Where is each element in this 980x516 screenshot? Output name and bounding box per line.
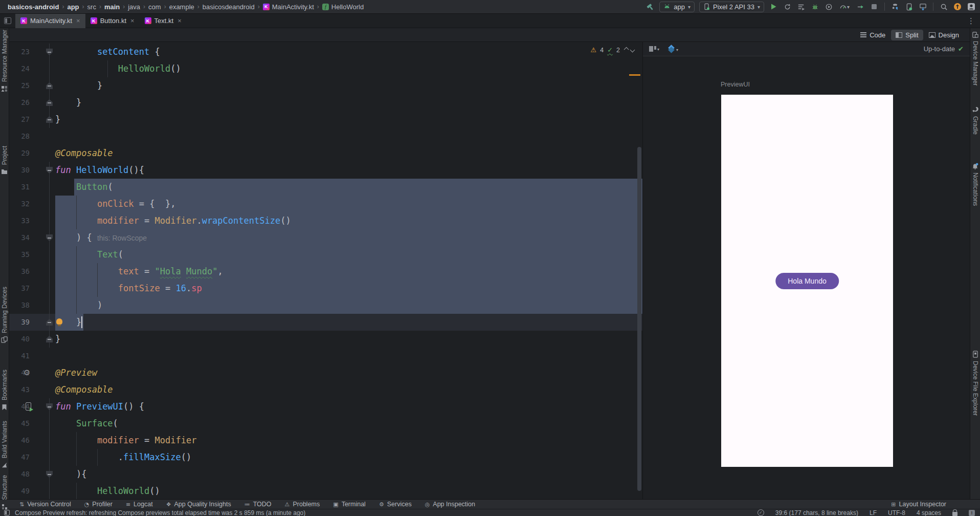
stop-icon[interactable] bbox=[870, 2, 879, 11]
breadcrumb-item[interactable]: com bbox=[147, 3, 163, 11]
tab-Text.kt[interactable]: K Text.kt × bbox=[140, 14, 187, 28]
line-number[interactable]: 49 bbox=[9, 483, 30, 499]
preview-canvas[interactable]: PreviewUI Hola Mundo bbox=[643, 56, 970, 499]
line-number[interactable]: 47 bbox=[9, 449, 30, 466]
line-number[interactable]: 46 bbox=[9, 432, 30, 449]
tool-button-app-inspection[interactable]: ◎ App Inspection bbox=[425, 501, 475, 508]
attach-debugger-icon[interactable] bbox=[856, 2, 865, 11]
breadcrumb-item[interactable]: basicosdeandroid bbox=[201, 3, 256, 11]
tab-MainActivity.kt[interactable]: K MainActivity.kt × bbox=[15, 14, 85, 28]
device-manager-icon[interactable] bbox=[904, 2, 914, 11]
line-number[interactable]: 43 bbox=[9, 381, 30, 398]
code-line[interactable]: 38 ) bbox=[9, 297, 642, 314]
line-number[interactable]: 29 bbox=[9, 145, 30, 162]
line-number[interactable]: 28 bbox=[9, 128, 30, 145]
code-line[interactable]: 26 } bbox=[9, 94, 642, 111]
tool-stripe-button-resource-manager[interactable]: Resource Manager bbox=[0, 30, 9, 92]
preview-layers-mode[interactable]: ▾ bbox=[659, 46, 678, 52]
code-line[interactable]: 31 Button( bbox=[9, 179, 642, 196]
more-options-icon[interactable]: ⋮ bbox=[967, 16, 975, 26]
tool-stripe-button-build-variants[interactable]: Build Variants bbox=[0, 421, 9, 468]
sdk-manager-icon[interactable] bbox=[918, 2, 927, 11]
line-number[interactable]: 33 bbox=[9, 212, 30, 229]
breadcrumb-item[interactable]: app bbox=[65, 3, 80, 11]
code-line[interactable]: 25 } bbox=[9, 77, 642, 94]
search-everywhere-icon[interactable] bbox=[939, 2, 948, 11]
apply-changes-icon[interactable] bbox=[783, 2, 792, 11]
code-line[interactable]: 33 modifier = Modifier.wrapContentSize() bbox=[9, 212, 642, 229]
close-icon[interactable]: × bbox=[76, 17, 80, 25]
code-line[interactable]: 41 bbox=[9, 348, 642, 364]
code-line[interactable]: 36 text = "Hola Mundo", bbox=[9, 263, 642, 280]
breadcrumb-item[interactable]: src bbox=[86, 3, 98, 11]
fold-marker-icon[interactable] bbox=[46, 167, 53, 174]
caret-position[interactable]: 39:6 (177 chars, 8 line breaks) bbox=[775, 509, 858, 516]
tool-button-version-control[interactable]: ⇅ Version Control bbox=[19, 501, 71, 508]
device-select[interactable]: Pixel 2 API 33 ▾ bbox=[699, 2, 764, 12]
breadcrumb-item[interactable]: basicos-android bbox=[6, 3, 60, 11]
tool-stripe-button-running-devices[interactable]: Running Devices bbox=[0, 287, 9, 343]
code-line[interactable]: 42⚙@Preview bbox=[9, 364, 642, 381]
line-number[interactable]: 35 bbox=[9, 246, 30, 263]
debug-icon[interactable] bbox=[810, 2, 819, 11]
tool-stripe-button-gradle[interactable]: Gradle bbox=[970, 106, 980, 135]
code-line[interactable]: 30fun HelloWorld(){ bbox=[9, 162, 642, 179]
breadcrumb-item[interactable]: main bbox=[103, 3, 121, 11]
close-icon[interactable]: × bbox=[130, 17, 135, 25]
code-line[interactable]: 29@Composable bbox=[9, 145, 642, 162]
profiler-gauge-icon[interactable]: ▾ bbox=[838, 2, 851, 11]
code-line[interactable]: 44fun PreviewUI() { bbox=[9, 398, 642, 415]
view-mode-split[interactable]: Split bbox=[891, 30, 923, 40]
tool-button-problems[interactable]: ⚠ Problems bbox=[285, 501, 320, 508]
tool-button-app-quality-insights[interactable]: ❖ App Quality Insights bbox=[166, 501, 231, 508]
tool-stripe-button-device-manager[interactable]: Device Manager bbox=[970, 31, 980, 85]
line-number[interactable]: 30 bbox=[9, 162, 30, 179]
line-ending[interactable]: LF bbox=[870, 509, 877, 516]
indent-setting[interactable]: 4 spaces bbox=[917, 509, 941, 516]
code-line[interactable]: 43@Composable bbox=[9, 381, 642, 398]
preview-composable-name[interactable]: PreviewUI bbox=[721, 81, 750, 88]
tool-button-todo[interactable]: ≔ TODO bbox=[244, 501, 272, 508]
hola-mundo-button[interactable]: Hola Mundo bbox=[775, 273, 839, 289]
tool-button-services[interactable]: ⚙ Services bbox=[379, 501, 412, 508]
line-number[interactable]: 36 bbox=[9, 263, 30, 280]
breadcrumb-item[interactable]: example bbox=[168, 3, 196, 11]
tool-stripe-button-device-file-explorer[interactable]: Device File Explorer bbox=[970, 351, 980, 416]
code-line[interactable]: 37 fontSize = 16.sp bbox=[9, 280, 642, 297]
code-line[interactable]: 27} bbox=[9, 111, 642, 128]
tab-Button.kt[interactable]: K Button.kt × bbox=[85, 14, 140, 28]
tool-button-logcat[interactable]: ≡ Logcat bbox=[126, 501, 153, 508]
fold-marker-icon[interactable] bbox=[46, 403, 53, 410]
line-number[interactable]: 41 bbox=[9, 348, 30, 364]
editor-scrollbar[interactable] bbox=[637, 147, 641, 491]
prev-issue-icon[interactable] bbox=[624, 47, 629, 52]
file-encoding[interactable]: UTF-8 bbox=[888, 509, 905, 516]
line-number[interactable]: 31 bbox=[9, 179, 30, 196]
profiler-icon[interactable] bbox=[824, 2, 833, 11]
tool-button-layout-inspector[interactable]: ⊞ Layout Inspector bbox=[891, 501, 946, 508]
run-configuration-select[interactable]: app ▾ bbox=[659, 2, 695, 12]
line-number[interactable]: 26 bbox=[9, 94, 30, 111]
code-line[interactable]: 48 ){ bbox=[9, 466, 642, 483]
code-line[interactable]: 35 Text( bbox=[9, 246, 642, 263]
fold-marker-icon[interactable] bbox=[46, 471, 53, 478]
line-number[interactable]: 39 bbox=[9, 314, 30, 331]
code-editor[interactable]: 23 setContent {24 HelloWorld()25 }26 }27… bbox=[9, 42, 642, 499]
line-number[interactable]: 38 bbox=[9, 297, 30, 314]
inspections-widget[interactable]: ⚠ 4 ✓ 2 bbox=[591, 46, 634, 54]
code-line[interactable]: 45 Surface( bbox=[9, 415, 642, 432]
code-line[interactable]: 39 } bbox=[9, 314, 642, 331]
close-icon[interactable]: × bbox=[177, 17, 182, 25]
code-line[interactable]: 49 HelloWorld() bbox=[9, 483, 642, 499]
device-mirroring-icon[interactable] bbox=[890, 2, 900, 11]
code-line[interactable]: 34 ) { this: RowScope bbox=[9, 229, 642, 246]
line-number[interactable]: 27 bbox=[9, 111, 30, 128]
profiler-tasks-icon[interactable] bbox=[796, 2, 806, 11]
next-issue-icon[interactable] bbox=[630, 48, 635, 53]
preview-device-frame[interactable]: Hola Mundo bbox=[721, 95, 893, 467]
code-line[interactable]: 46 modifier = Modifier bbox=[9, 432, 642, 449]
line-number[interactable]: 32 bbox=[9, 196, 30, 212]
line-number[interactable]: 37 bbox=[9, 280, 30, 297]
code-line[interactable]: 24 HelloWorld() bbox=[9, 60, 642, 77]
tool-stripe-button-notifications[interactable]: Notifications bbox=[970, 162, 980, 206]
